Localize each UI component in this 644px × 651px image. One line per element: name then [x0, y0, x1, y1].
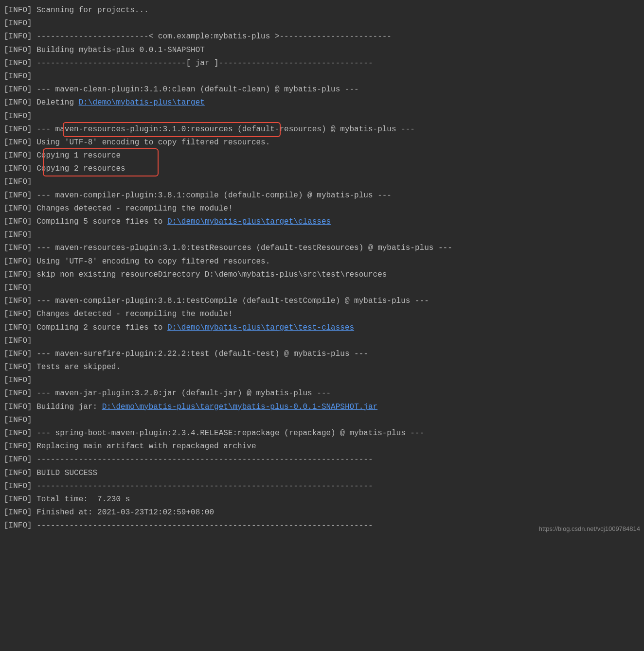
log-prefix: [INFO]	[4, 495, 32, 504]
link-target-dir[interactable]: D:\demo\mybatis-plus\target	[79, 98, 205, 107]
link-test-classes-dir[interactable]: D:\demo\mybatis-plus\target\test-classes	[167, 323, 354, 332]
log-line: [INFO]	[4, 70, 640, 83]
log-prefix: [INFO]	[4, 151, 32, 160]
log-line: [INFO]	[4, 110, 640, 123]
log-line: [INFO] Finished at: 2021-03-23T12:02:59+…	[4, 506, 640, 519]
log-prefix: [INFO]	[4, 482, 32, 491]
log-line: [INFO] Building mybatis-plus 0.0.1-SNAPS…	[4, 44, 640, 57]
log-line: [INFO] --- maven-surefire-plugin:2.22.2:…	[4, 348, 640, 361]
log-text: ----------------------------------------…	[32, 521, 373, 530]
link-jar-file[interactable]: D:\demo\mybatis-plus\target\mybatis-plus…	[102, 403, 378, 411]
link-classes-dir[interactable]: D:\demo\mybatis-plus\target\classes	[167, 217, 331, 226]
log-line: [INFO] Replacing main artifact with repa…	[4, 440, 640, 453]
log-prefix: [INFO]	[4, 125, 32, 134]
log-line: [INFO] ------------------------< com.exa…	[4, 30, 640, 43]
log-text: Changes detected - recompiling the modul…	[32, 204, 233, 213]
log-line: [INFO] Scanning for projects...	[4, 4, 640, 17]
log-text: Deleting	[32, 98, 79, 107]
log-text: --- maven-resources-plugin:3.1.0:testRes…	[32, 244, 452, 252]
log-line: [INFO] --- maven-compiler-plugin:3.8.1:c…	[4, 189, 640, 202]
log-line: [INFO] --------------------------------[…	[4, 57, 640, 70]
log-text: --- maven-resources-plugin:3.1.0:resourc…	[32, 125, 415, 134]
log-text: Building jar:	[32, 403, 102, 411]
log-prefix: [INFO]	[4, 350, 32, 358]
log-prefix: [INFO]	[4, 217, 32, 226]
watermark: https://blog.csdn.net/vcj1009784814	[539, 524, 640, 534]
log-text: Scanning for projects...	[32, 6, 149, 15]
log-text: ----------------------------------------…	[32, 482, 373, 491]
log-text: Compiling 2 source files to	[32, 323, 167, 332]
log-line: [INFO] --- maven-resources-plugin:3.1.0:…	[4, 242, 640, 255]
log-line: [INFO] ---------------------------------…	[4, 453, 640, 466]
log-text: --------------------------------[ jar ]-…	[32, 59, 373, 68]
log-text: --- maven-jar-plugin:3.2.0:jar (default-…	[32, 389, 331, 398]
log-text: Compiling 5 source files to	[32, 217, 167, 226]
log-prefix: [INFO]	[4, 376, 32, 385]
log-text: Total time: 7.230 s	[32, 495, 130, 504]
log-prefix: [INFO]	[4, 46, 32, 54]
log-text: Using 'UTF-8' encoding to copy filtered …	[32, 138, 270, 147]
log-line: [INFO]	[4, 334, 640, 348]
log-prefix: [INFO]	[4, 283, 32, 292]
log-prefix: [INFO]	[4, 85, 32, 94]
log-line: [INFO] --- maven-compiler-plugin:3.8.1:t…	[4, 295, 640, 308]
log-prefix: [INFO]	[4, 257, 32, 266]
log-line: [INFO] Copying 1 resource	[4, 149, 640, 162]
log-line: [INFO]	[4, 229, 640, 242]
log-text: Changes detected - recompiling the modul…	[32, 310, 233, 318]
log-line: [INFO] Deleting D:\demo\mybatis-plus\tar…	[4, 96, 640, 109]
log-prefix: [INFO]	[4, 297, 32, 305]
log-prefix: [INFO]	[4, 363, 32, 371]
log-prefix: [INFO]	[4, 72, 32, 81]
log-prefix: [INFO]	[4, 59, 32, 68]
log-line: [INFO] --- spring-boot-maven-plugin:2.3.…	[4, 427, 640, 440]
log-line: [INFO] Changes detected - recompiling th…	[4, 308, 640, 321]
log-text: --- maven-compiler-plugin:3.8.1:compile …	[32, 191, 392, 200]
log-prefix: [INFO]	[4, 508, 32, 517]
log-text: BUILD SUCCESS	[32, 469, 97, 477]
log-text: Building mybatis-plus 0.0.1-SNAPSHOT	[32, 46, 205, 54]
log-line: [INFO] Copying 2 resources	[4, 162, 640, 176]
log-prefix: [INFO]	[4, 323, 32, 332]
log-line: [INFO] Compiling 5 source files to D:\de…	[4, 215, 640, 229]
log-line: [INFO] Building jar: D:\demo\mybatis-plu…	[4, 401, 640, 414]
log-text: Copying 1 resource	[32, 151, 121, 160]
log-line: [INFO] Using 'UTF-8' encoding to copy fi…	[4, 136, 640, 149]
log-line: [INFO] Total time: 7.230 s	[4, 493, 640, 506]
maven-build-output: [INFO] Scanning for projects...[INFO][IN…	[4, 4, 640, 533]
log-line: [INFO] --- maven-clean-plugin:3.1.0:clea…	[4, 83, 640, 96]
log-prefix: [INFO]	[4, 244, 32, 252]
log-prefix: [INFO]	[4, 416, 32, 424]
log-prefix: [INFO]	[4, 112, 32, 121]
log-prefix: [INFO]	[4, 403, 32, 411]
log-text: --- spring-boot-maven-plugin:2.3.4.RELEA…	[32, 429, 425, 438]
log-text: ------------------------< com.example:my…	[32, 32, 392, 41]
log-prefix: [INFO]	[4, 32, 32, 41]
log-line: [INFO] skip non existing resourceDirecto…	[4, 268, 640, 282]
log-line: [INFO] Changes detected - recompiling th…	[4, 202, 640, 215]
log-prefix: [INFO]	[4, 191, 32, 200]
log-prefix: [INFO]	[4, 442, 32, 451]
log-line: [INFO]	[4, 176, 640, 189]
log-line: [INFO]	[4, 282, 640, 295]
log-text: --- maven-compiler-plugin:3.8.1:testComp…	[32, 297, 429, 305]
log-prefix: [INFO]	[4, 204, 32, 213]
log-line: [INFO] ---------------------------------…	[4, 480, 640, 493]
log-prefix: [INFO]	[4, 138, 32, 147]
log-prefix: [INFO]	[4, 230, 32, 239]
log-line: [INFO]	[4, 374, 640, 387]
log-prefix: [INFO]	[4, 310, 32, 318]
log-line: [INFO] --- maven-resources-plugin:3.1.0:…	[4, 123, 640, 136]
log-line: [INFO] Compiling 2 source files to D:\de…	[4, 321, 640, 334]
log-prefix: [INFO]	[4, 336, 32, 345]
log-prefix: [INFO]	[4, 521, 32, 530]
log-prefix: [INFO]	[4, 98, 32, 107]
log-text: Copying 2 resources	[32, 164, 125, 173]
log-line: [INFO]	[4, 414, 640, 427]
log-line: [INFO] --- maven-jar-plugin:3.2.0:jar (d…	[4, 387, 640, 400]
log-prefix: [INFO]	[4, 177, 32, 186]
log-text: Using 'UTF-8' encoding to copy filtered …	[32, 257, 270, 266]
log-text: --- maven-surefire-plugin:2.22.2:test (d…	[32, 350, 368, 358]
log-line: [INFO]	[4, 17, 640, 30]
log-prefix: [INFO]	[4, 270, 32, 279]
